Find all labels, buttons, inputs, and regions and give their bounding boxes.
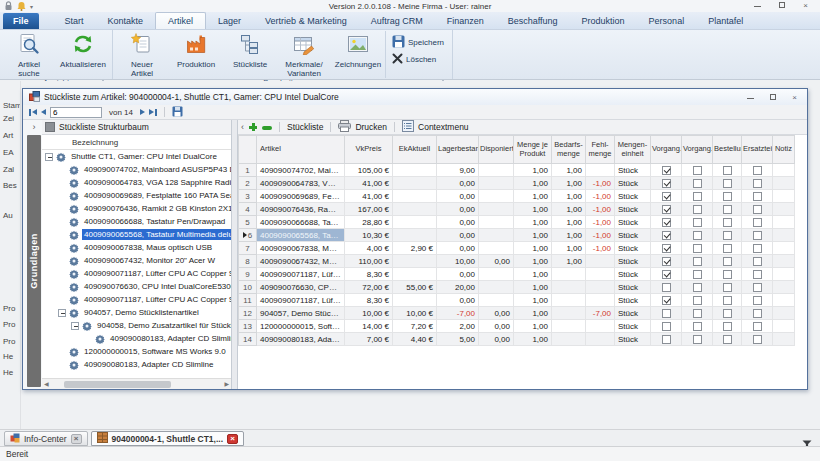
row-header[interactable]: 10 [239,281,257,294]
cell-checkbox-vorgang-1[interactable] [651,333,682,346]
cell-mengeneinheit[interactable]: Stück [615,216,651,229]
cell-bedarfsmenge[interactable]: 1,00 [552,255,586,268]
scroll-right-icon[interactable]: ▶ [224,381,229,387]
cell-checkbox-vorgang-2[interactable] [682,268,713,281]
cell-notiz[interactable] [773,164,795,177]
speichern-button[interactable]: Speichern [392,35,444,50]
checkbox-vorgang-1[interactable] [662,244,671,253]
print-button[interactable]: Drucken [355,122,387,132]
cell-menge-je-produkt[interactable]: 1,00 [514,242,552,255]
cell-notiz[interactable] [773,190,795,203]
cell-checkbox-vorgang-1[interactable] [651,294,682,307]
nav-last-button[interactable] [149,109,157,116]
cell-notiz[interactable] [773,281,795,294]
checkbox-ersatzteil[interactable] [753,257,762,266]
checkbox-vorgang-1[interactable] [662,179,671,188]
checkbox-vorgang-1[interactable] [662,231,671,240]
cell-checkbox-ersatzteil[interactable] [742,216,773,229]
cell-ekaktuell[interactable]: 7,20 € [393,320,437,333]
cell-vkpreis[interactable]: 8,30 € [345,268,393,281]
cell-fehlmenge[interactable]: -1,00 [586,203,615,216]
tree-expander-icon[interactable] [71,322,79,330]
merkmale-varianten-button[interactable]: Merkmale/ Varianten [277,31,331,78]
cell-mengeneinheit[interactable]: Stück [615,242,651,255]
cell-vkpreis[interactable]: 14,00 € [345,320,393,333]
row-header[interactable]: 14 [239,333,257,346]
cell-mengeneinheit[interactable]: Stück [615,281,651,294]
dialog-close-button[interactable]: × [792,93,797,102]
cell-vkpreis[interactable]: 28,80 € [345,216,393,229]
tree-item[interactable]: 409090076630, CPU Intel DualCoreE5300 26 [42,280,231,293]
cell-notiz[interactable] [773,177,795,190]
cell-vkpreis[interactable]: 10,00 € [345,307,393,320]
checkbox-ersatzteil[interactable] [753,283,762,292]
record-position-input[interactable] [50,107,102,118]
cell-vkpreis[interactable]: 72,00 € [345,281,393,294]
checkbox-vorgang-2[interactable] [693,309,702,318]
checkbox-vorgang-1[interactable] [662,270,671,279]
cell-checkbox-vorgang-2[interactable] [682,242,713,255]
cell-ekaktuell[interactable] [393,177,437,190]
cell-checkbox-vorgang-2[interactable] [682,307,713,320]
context-menu-button[interactable]: Contextmenu [418,122,469,132]
scrollbar-thumb[interactable] [64,381,170,388]
grid-column-header-vorgang-[interactable]: Vorgang. [682,136,713,164]
checkbox-bestellung[interactable] [723,166,732,175]
cell-checkbox-vorgang-2[interactable] [682,320,713,333]
row-header[interactable]: 1 [239,164,257,177]
cell-checkbox-bestellung[interactable] [713,229,742,242]
cell-artikel[interactable]: 4009090064783, VGA 128 Sapphire Radion 5 [257,177,345,190]
cell-lagerbestand[interactable]: 0,00 [437,203,479,216]
checkbox-vorgang-1[interactable] [662,309,671,318]
cell-fehlmenge[interactable]: -1,00 [586,177,615,190]
grid-column-header-disponiert[interactable]: Disponiert [479,136,514,164]
checkbox-vorgang-2[interactable] [693,231,702,240]
cell-vkpreis[interactable]: 8,30 € [345,294,393,307]
cell-artikel[interactable]: 409090076630, CPU Intel DualCoreE5300 [257,281,345,294]
cell-checkbox-ersatzteil[interactable] [742,177,773,190]
cell-notiz[interactable] [773,320,795,333]
bell-icon[interactable] [17,1,26,11]
sidebar-item[interactable]: Bes [3,181,17,190]
checkbox-bestellung[interactable] [723,218,732,227]
cell-notiz[interactable] [773,255,795,268]
checkbox-ersatzteil[interactable] [753,244,762,253]
cell-vkpreis[interactable]: 7,00 € [345,333,393,346]
row-header[interactable]: 6 [239,229,257,242]
cell-lagerbestand[interactable]: 0,00 [437,242,479,255]
tree-item[interactable]: 904058, Demo Zusatzartikel für Stücklist… [42,319,231,332]
cell-disponiert[interactable] [479,229,514,242]
checkbox-vorgang-2[interactable] [693,179,702,188]
grid-column-header-artikel[interactable]: Artikel [257,136,345,164]
ribbon-tab-plantafel[interactable]: Plantafel [696,13,755,29]
cell-disponiert[interactable] [479,294,514,307]
cell-checkbox-ersatzteil[interactable] [742,281,773,294]
cell-artikel[interactable]: 409090074702, Mainboard ASUSP5P43 DDR [257,164,345,177]
grid-column-header-ekaktuell[interactable]: EkAktuell [393,136,437,164]
checkbox-ersatzteil[interactable] [753,335,762,344]
sidebar-item[interactable]: Pro [3,320,15,329]
cell-checkbox-bestellung[interactable] [713,164,742,177]
checkbox-bestellung[interactable] [723,309,732,318]
ribbon-tab-auftrag-crm[interactable]: Auftrag CRM [359,13,435,29]
cell-bedarfsmenge[interactable] [552,268,586,281]
checkbox-bestellung[interactable] [723,270,732,279]
checkbox-ersatzteil[interactable] [753,296,762,305]
cell-checkbox-vorgang-1[interactable] [651,164,682,177]
cell-mengeneinheit[interactable]: Stück [615,268,651,281]
lock-icon[interactable] [4,1,13,11]
cell-artikel[interactable]: 4009090069689, Festplatte 160 PATA Seaga [257,190,345,203]
tree-item[interactable]: 4009090064783, VGA 128 Sapphire Radion 5 [42,176,231,189]
checkbox-bestellung[interactable] [723,283,732,292]
cell-mengeneinheit[interactable]: Stück [615,229,651,242]
checkbox-vorgang-2[interactable] [693,205,702,214]
cell-ekaktuell[interactable] [393,203,437,216]
cell-checkbox-ersatzteil[interactable] [742,294,773,307]
ribbon-tab-finanzen[interactable]: Finanzen [435,13,496,29]
cell-vkpreis[interactable]: 105,00 € [345,164,393,177]
checkbox-bestellung[interactable] [723,205,732,214]
cell-checkbox-vorgang-1[interactable] [651,307,682,320]
checkbox-ersatzteil[interactable] [753,218,762,227]
grid-column-header-bedarfs-[interactable]: Bedarfs- menge [552,136,586,164]
cell-disponiert[interactable]: 0,00 [479,333,514,346]
